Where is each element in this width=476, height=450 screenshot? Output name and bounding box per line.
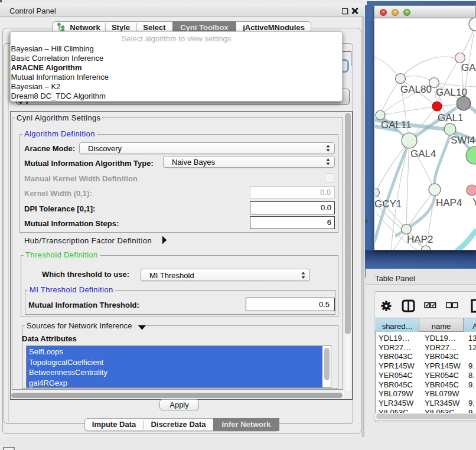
svg-text:GAL80: GAL80 [400, 84, 432, 95]
svg-text:GAL2: GAL2 [461, 62, 476, 73]
svg-text:GAL10: GAL10 [436, 87, 467, 98]
svg-text:GAL1: GAL1 [438, 112, 463, 123]
svg-text:GAL11: GAL11 [381, 119, 412, 131]
svg-text:GAL4: GAL4 [410, 148, 436, 159]
svg-text:HAP4: HAP4 [436, 197, 462, 208]
svg-text:HAP2: HAP2 [407, 234, 433, 245]
svg-text:GCY1: GCY1 [375, 198, 402, 210]
svg-text:Y: Y [472, 197, 476, 208]
svg-text:SWI4: SWI4 [451, 135, 475, 146]
